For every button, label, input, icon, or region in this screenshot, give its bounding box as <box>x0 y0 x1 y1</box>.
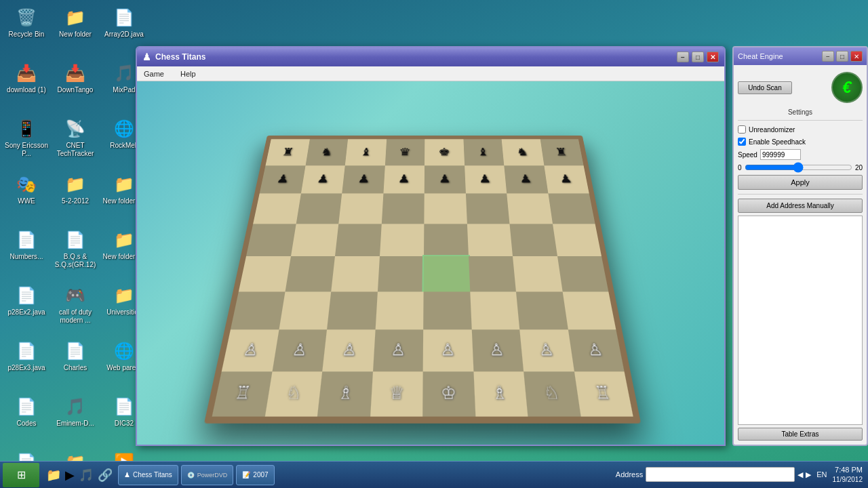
chess-piece[interactable]: ♚ <box>438 147 450 157</box>
board-cell-r1-c0[interactable]: ♟ <box>260 165 305 193</box>
icon-numbers[interactable]: 📄 Numbers... <box>3 225 50 279</box>
board-cell-r2-c3[interactable] <box>381 193 424 224</box>
minimize-button[interactable]: − <box>677 52 689 62</box>
board-cell-r3-c2[interactable] <box>335 224 381 256</box>
board-cell-r5-c0[interactable] <box>231 291 285 329</box>
icon-downtango[interactable]: 📥 DownTango <box>52 58 99 113</box>
chess-piece[interactable]: ♝ <box>359 147 372 157</box>
board-cell-r3-c4[interactable] <box>424 224 469 256</box>
board-cell-r3-c3[interactable] <box>380 224 425 256</box>
board-cell-r5-c4[interactable] <box>423 291 471 329</box>
table-extras-button[interactable]: Table Extras <box>738 428 863 441</box>
add-address-button[interactable]: Add Address Manually <box>738 199 863 213</box>
board-cell-r5-c2[interactable] <box>327 291 377 329</box>
board-cell-r3-c7[interactable] <box>552 224 601 256</box>
board-cell-r2-c1[interactable] <box>296 193 342 224</box>
menu-game[interactable]: Game <box>141 68 167 79</box>
chess-piece[interactable]: ♟ <box>519 174 532 184</box>
board-cell-r4-c6[interactable] <box>513 256 562 291</box>
board-cell-r0-c4[interactable]: ♚ <box>425 139 465 165</box>
media-player-icon[interactable]: ▶ <box>65 468 75 483</box>
board-cell-r6-c6[interactable]: ♙ <box>519 329 574 371</box>
speed-input[interactable] <box>760 149 801 160</box>
board-cell-r3-c5[interactable] <box>467 224 513 256</box>
board-cell-r2-c5[interactable] <box>465 193 509 224</box>
chess-piece[interactable]: ♘ <box>285 384 303 403</box>
board-cell-r5-c3[interactable] <box>375 291 423 329</box>
chess-piece[interactable]: ♟ <box>559 174 573 184</box>
board-cell-r6-c0[interactable]: ♙ <box>222 329 279 371</box>
icon-bqs[interactable]: 📄 B.Q.s & S.Q.s(GR.12) <box>52 225 99 279</box>
icon-codes[interactable]: 📄 Codes <box>3 392 50 446</box>
close-button[interactable]: ✕ <box>707 52 719 62</box>
board-cell-r1-c1[interactable]: ♟ <box>300 165 344 193</box>
chess-piece[interactable]: ♞ <box>516 147 529 157</box>
chess-piece[interactable]: ♙ <box>241 342 260 358</box>
icon-p28ex2[interactable]: 📄 p28Ex2.java <box>3 281 50 335</box>
board-cell-r0-c7[interactable]: ♜ <box>540 139 583 165</box>
itunes-icon[interactable]: 🎵 <box>79 468 94 483</box>
chess-piece[interactable]: ♙ <box>538 342 555 358</box>
chess-piece[interactable]: ♞ <box>320 147 334 157</box>
board-cell-r4-c7[interactable] <box>557 256 609 291</box>
board-cell-r2-c7[interactable] <box>548 193 595 224</box>
board-cell-r3-c1[interactable] <box>291 224 339 256</box>
chess-piece[interactable]: ♟ <box>357 174 371 184</box>
board-cell-r6-c7[interactable]: ♙ <box>568 329 624 371</box>
chess-piece[interactable]: ♖ <box>593 384 612 403</box>
chess-piece[interactable]: ♗ <box>492 384 509 403</box>
address-input[interactable] <box>646 467 795 482</box>
chess-piece[interactable]: ♛ <box>399 147 411 157</box>
chess-piece[interactable]: ♟ <box>316 174 330 184</box>
icon-new-folder-1[interactable]: 📁 New folder <box>52 3 99 57</box>
chess-piece[interactable]: ♙ <box>341 342 357 358</box>
chess-piece[interactable]: ♜ <box>555 147 568 157</box>
board-cell-r1-c7[interactable]: ♟ <box>544 165 589 193</box>
icon-charles[interactable]: 📄 Charles <box>52 336 99 390</box>
chess-piece[interactable]: ♟ <box>479 174 492 184</box>
office-taskbar-button[interactable]: 📝 2007 <box>236 465 274 485</box>
board-cell-r2-c4[interactable] <box>424 193 467 224</box>
icon-sony[interactable]: 📱 Sony Ericsson P... <box>3 114 50 168</box>
chess-piece[interactable]: ♙ <box>292 342 309 358</box>
chess-piece[interactable]: ♙ <box>489 342 505 358</box>
chess-piece[interactable]: ♙ <box>587 342 604 358</box>
board-cell-r6-c5[interactable]: ♙ <box>471 329 524 371</box>
icon-date[interactable]: 📁 5-2-2012 <box>52 169 99 224</box>
ce-maximize-button[interactable]: □ <box>836 51 848 62</box>
board-cell-r1-c5[interactable]: ♟ <box>465 165 507 193</box>
board-cell-r7-c5[interactable]: ♗ <box>473 371 528 417</box>
chess-piece[interactable]: ♙ <box>440 342 456 358</box>
board-cell-r6-c3[interactable]: ♙ <box>372 329 423 371</box>
ce-close-button[interactable]: ✕ <box>850 51 863 62</box>
file-explorer-icon[interactable]: 📁 <box>46 468 61 483</box>
board-cell-r7-c3[interactable]: ♕ <box>370 371 423 417</box>
menu-help[interactable]: Help <box>178 68 199 79</box>
go-forward-icon[interactable]: ▶ <box>806 470 811 479</box>
board-cell-r1-c3[interactable]: ♟ <box>383 165 425 193</box>
icon-p28ex3[interactable]: 📄 p28Ex3.java <box>3 336 50 390</box>
start-button[interactable]: ⊞ <box>3 463 39 487</box>
board-cell-r2-c6[interactable] <box>507 193 552 224</box>
board-cell-r7-c7[interactable]: ♖ <box>574 371 633 417</box>
chess-piece[interactable]: ♗ <box>337 384 354 403</box>
board-cell-r5-c1[interactable] <box>279 291 331 329</box>
icon-eminem[interactable]: 🎵 Eminem-D... <box>52 392 99 446</box>
board-cell-r4-c2[interactable] <box>331 256 379 291</box>
ce-minimize-button[interactable]: − <box>822 51 834 62</box>
board-cell-r3-c0[interactable] <box>246 224 296 256</box>
board-cell-r7-c0[interactable]: ♖ <box>212 371 272 417</box>
board-cell-r7-c6[interactable]: ♘ <box>524 371 580 417</box>
board-cell-r4-c4[interactable] <box>424 256 470 291</box>
board-cell-r5-c6[interactable] <box>516 291 568 329</box>
chess-taskbar-button[interactable]: ♟ Chess Titans <box>118 465 178 485</box>
icon-recycle-bin[interactable]: 🗑️ Recycle Bin <box>3 3 50 57</box>
board-cell-r1-c4[interactable]: ♟ <box>425 165 466 193</box>
chess-piece[interactable]: ♝ <box>477 147 490 157</box>
board-cell-r4-c1[interactable] <box>285 256 335 291</box>
board-cell-r3-c6[interactable] <box>509 224 557 256</box>
chess-piece[interactable]: ♔ <box>441 384 457 403</box>
icon-wwe[interactable]: 🎭 WWE <box>3 169 50 224</box>
undo-scan-button[interactable]: Undo Scan <box>738 81 792 94</box>
icon-cnet[interactable]: 📡 CNET TechTracker <box>52 114 99 168</box>
